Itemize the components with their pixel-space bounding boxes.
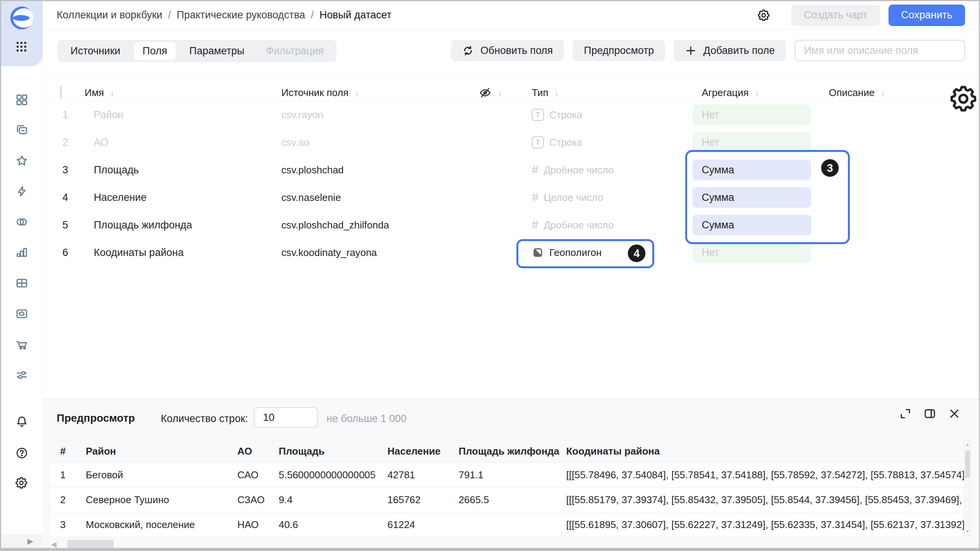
aggregation-select[interactable]: Нет <box>693 104 811 125</box>
field-index: 3 <box>59 164 85 176</box>
refresh-fields-label: Обновить поля <box>480 45 553 57</box>
aggregation-select[interactable]: Сумма <box>693 160 811 180</box>
save-button[interactable]: Сохранить <box>889 5 965 26</box>
field-index: 6 <box>59 247 85 259</box>
close-preview-icon[interactable] <box>947 407 961 421</box>
preview-col-naselenie: Население <box>387 445 459 457</box>
select-all-checkbox[interactable] <box>60 86 62 99</box>
string-type-icon: T <box>532 136 544 148</box>
field-name: Площадь <box>85 164 276 176</box>
preview-col-zhilfond: Площадь жилфонда <box>459 445 566 457</box>
field-index: 2 <box>59 137 85 148</box>
aggregation-select[interactable]: Нет <box>693 132 811 153</box>
field-source: csv.rayon <box>276 109 479 121</box>
column-header-description[interactable]: Описание <box>823 87 950 99</box>
field-type-select[interactable]: T Строка <box>529 109 686 121</box>
field-type-select[interactable]: # Целое число <box>529 191 686 204</box>
preview-table: # Район АО Площадь Население Площадь жил… <box>51 440 964 537</box>
field-row: 4 Население csv.naselenie # Целое число … <box>42 184 979 211</box>
field-source: csv.koodinaty_rayona <box>276 247 479 259</box>
column-header-name[interactable]: Имя <box>85 87 276 99</box>
horizontal-scrollbar-thumb[interactable] <box>67 540 114 548</box>
field-index: 5 <box>59 219 85 231</box>
preview-toggle-label: Предпросмотр <box>584 45 654 57</box>
aggregation-select[interactable]: Сумма <box>693 187 811 208</box>
preview-row: 2 Северное Тушино СЗАО 9.4 165762 2665.5… <box>51 487 964 512</box>
breadcrumb-link-workbook[interactable]: Практические руководства <box>176 9 305 21</box>
row-count-input[interactable] <box>254 407 318 428</box>
help-icon[interactable] <box>15 447 28 460</box>
create-chart-button[interactable]: Создать чарт <box>791 5 880 26</box>
toolbar: Источники Поля Параметры Фильтрация Обно… <box>42 29 979 72</box>
field-name: Район <box>85 109 276 121</box>
breadcrumb-separator: / <box>168 9 171 21</box>
field-source: csv.ao <box>276 137 479 148</box>
settings-gear-icon[interactable] <box>15 476 28 489</box>
dataset-tabs: Источники Поля Параметры Фильтрация <box>57 40 336 62</box>
sidebar-item-charts[interactable] <box>15 246 28 259</box>
vertical-scrollbar[interactable] <box>964 440 971 536</box>
sidebar-item-collections[interactable] <box>15 124 28 137</box>
annotation-badge-aggregation: 3 <box>821 159 839 177</box>
breadcrumb-link-collections[interactable]: Коллекции и воркбуки <box>57 9 162 21</box>
fields-table-header: Имя Источник поля Тип Агрегация Описание <box>42 72 979 101</box>
number-type-icon: # <box>532 191 538 204</box>
field-type-select[interactable]: T Строка <box>529 136 686 148</box>
sidebar-item-connections[interactable] <box>15 185 28 198</box>
refresh-fields-button[interactable]: Обновить поля <box>451 40 564 61</box>
column-header-visibility[interactable] <box>479 86 529 99</box>
number-type-icon: # <box>532 163 538 177</box>
sidebar-item-storage[interactable] <box>15 307 28 320</box>
column-header-type[interactable]: Тип <box>529 87 686 99</box>
field-type-select[interactable]: # Дробное число <box>529 218 686 232</box>
column-header-aggregation[interactable]: Агрегация <box>686 87 823 99</box>
geopolygon-type-icon <box>532 246 544 259</box>
preview-actions <box>898 407 961 421</box>
expand-preview-icon[interactable] <box>898 407 912 421</box>
breadcrumb-current: Новый датасет <box>319 9 391 21</box>
field-type-select[interactable]: # Дробное число <box>529 163 686 177</box>
field-name: Коодинаты района <box>85 247 276 259</box>
field-search-input[interactable] <box>795 40 965 61</box>
field-source: csv.ploshchad_zhilfonda <box>276 219 479 231</box>
vertical-scrollbar-thumb[interactable] <box>965 450 970 478</box>
tab-sources[interactable]: Источники <box>60 40 131 62</box>
datalens-logo-icon[interactable] <box>10 6 34 30</box>
sidebar-item-services[interactable] <box>15 368 28 381</box>
field-index: 4 <box>59 192 85 204</box>
toolbar-right-group: Обновить поля Предпросмотр Добавить поле <box>451 40 965 61</box>
sidebar <box>1 1 43 548</box>
field-index: 1 <box>59 109 85 121</box>
column-header-source[interactable]: Источник поля <box>276 87 479 99</box>
columns-settings-gear-icon[interactable] <box>950 84 979 113</box>
eye-off-icon <box>479 86 492 99</box>
aggregation-select[interactable]: Сумма <box>693 215 811 235</box>
horizontal-scrollbar[interactable] <box>51 540 114 549</box>
field-type-select[interactable]: Геополигон <box>529 246 686 259</box>
add-field-button[interactable]: Добавить поле <box>674 40 786 61</box>
tab-fields[interactable]: Поля <box>134 42 175 60</box>
field-row: 6 Коодинаты района csv.koodinaty_rayona … <box>42 239 979 266</box>
apps-grid-icon[interactable] <box>15 40 28 53</box>
preview-col-ploshchad: Площадь <box>279 445 387 457</box>
field-row: 5 Площадь жилфонда csv.ploshchad_zhilfon… <box>42 211 979 239</box>
tab-parameters[interactable]: Параметры <box>179 40 255 62</box>
number-type-icon: # <box>532 218 538 232</box>
sidebar-item-dashboards[interactable] <box>15 93 28 106</box>
preview-toggle-button[interactable]: Предпросмотр <box>573 40 665 61</box>
panel-layout-icon[interactable] <box>923 407 937 421</box>
field-name: Площадь жилфонда <box>85 219 276 231</box>
sidebar-item-linked-data[interactable] <box>15 215 28 228</box>
sidebar-collapse-button[interactable] <box>1 534 42 548</box>
sidebar-item-tables[interactable] <box>15 277 28 290</box>
add-field-label: Добавить поле <box>703 45 775 57</box>
breadcrumb-separator: / <box>311 9 314 21</box>
aggregation-select[interactable]: Нет <box>693 242 811 263</box>
sidebar-item-favorites[interactable] <box>15 154 28 167</box>
sidebar-item-marketplace[interactable] <box>15 338 28 351</box>
preview-col-ao: АО <box>237 445 279 457</box>
dataset-settings-gear-icon[interactable] <box>757 8 771 23</box>
annotation-badge-geopolygon: 4 <box>628 245 645 262</box>
notifications-bell-icon[interactable] <box>15 415 28 428</box>
datalens-dataset-window: Коллекции и воркбуки / Практические руко… <box>0 0 980 551</box>
